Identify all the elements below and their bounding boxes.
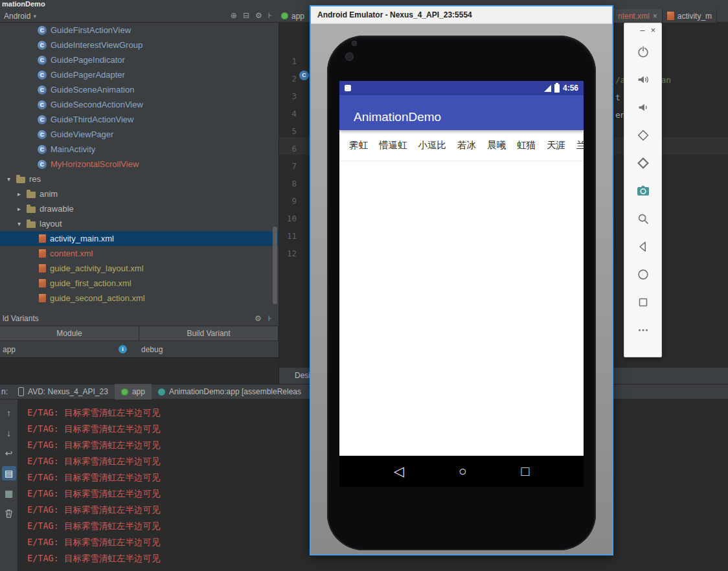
clear-log-button[interactable]: [2, 506, 16, 521]
hide-panel-icon[interactable]: ⊦: [268, 314, 272, 323]
class-gutter-icon[interactable]: C: [299, 71, 309, 80]
list-item[interactable]: 小逗比: [418, 139, 447, 151]
scroll-down-button[interactable]: ↓: [2, 426, 16, 440]
chevron-down-icon: ▾: [5, 175, 12, 183]
overview-icon: [636, 295, 650, 309]
phone-screen[interactable]: 4:56 AnimationDemo 霁虹 懵逼虹 小逗比 若冰 晨曦 虹猫 天…: [339, 81, 584, 487]
tree-item-class[interactable]: CGuideInterestViewGroup: [0, 38, 279, 52]
more-button[interactable]: [624, 316, 661, 344]
scroll-up-button[interactable]: ↑: [2, 406, 16, 420]
breadcrumb-app[interactable]: app: [281, 9, 304, 23]
tree-file-content[interactable]: content.xml: [0, 246, 279, 261]
expand-all-icon[interactable]: ⊕: [231, 9, 237, 23]
gradle-icon: [158, 388, 165, 396]
tree-item-class[interactable]: CMyHorizontalScrollView: [0, 157, 279, 172]
tree-file-activity-main[interactable]: activity_main.xml: [0, 231, 279, 246]
emulator-window-titlebar[interactable]: Android Emulator - Nexus_4_API_23:5554: [311, 6, 612, 24]
trash-icon: [4, 508, 14, 519]
list-item[interactable]: 霁虹: [349, 139, 368, 151]
list-item[interactable]: 虹猫: [517, 139, 536, 151]
back-button[interactable]: ◁: [394, 464, 404, 479]
tree-folder-res[interactable]: ▾res: [0, 172, 279, 186]
xml-file-icon: [39, 294, 46, 302]
close-icon[interactable]: ×: [653, 12, 657, 21]
app-content: [339, 161, 584, 456]
tab-app[interactable]: app: [115, 384, 152, 399]
folder-icon: [27, 221, 36, 228]
app-bar: AnimationDemo: [339, 95, 584, 130]
rotate-right-button[interactable]: [624, 149, 661, 177]
class-icon: C: [38, 71, 47, 80]
status-clock: 4:56: [563, 84, 578, 93]
recents-button[interactable]: □: [521, 464, 529, 479]
tree-item-class[interactable]: CGuidePageIndicator: [0, 52, 279, 67]
volume-down-button[interactable]: [624, 93, 661, 121]
tree-folder-layout[interactable]: ▾layout: [0, 216, 279, 231]
home-button[interactable]: ○: [459, 464, 467, 479]
class-icon: C: [38, 100, 47, 109]
emulator-toolbar: – ×: [624, 23, 662, 357]
tab-avd[interactable]: AVD: Nexus_4_API_23: [12, 384, 115, 399]
navigation-bar: ◁ ○ □: [339, 456, 584, 487]
settings-gear-icon[interactable]: ⚙: [255, 9, 262, 23]
list-item[interactable]: 懵逼虹: [379, 139, 407, 151]
status-bar: 4:56: [339, 81, 584, 95]
tree-folder-drawable[interactable]: ▸drawable: [0, 201, 279, 216]
power-button[interactable]: [624, 38, 661, 65]
build-variant-row[interactable]: app i debug: [0, 341, 279, 357]
power-icon: [636, 45, 650, 59]
tree-item-class[interactable]: CGuideSceneAnimation: [0, 82, 279, 97]
volume-up-icon: [636, 73, 650, 87]
tree-file-guide-activity-layout[interactable]: guide_activity_layout.xml: [0, 261, 279, 276]
tab-gradle-task[interactable]: AnimationDemo:app [assembleReleas: [152, 384, 308, 399]
tree-item-class[interactable]: CGuidePagerAdapter: [0, 67, 279, 82]
list-item[interactable]: 若冰: [457, 139, 476, 151]
tree-folder-anim[interactable]: ▸anim: [0, 186, 279, 201]
class-icon: C: [38, 56, 47, 65]
tree-item-class[interactable]: CGuideFirstActionView: [0, 23, 279, 38]
tree-item-class[interactable]: CMainActivity: [0, 142, 279, 157]
editor-tab-bar: ntent.xml × activity_m: [613, 9, 717, 23]
home-button[interactable]: [624, 260, 661, 288]
horizontal-scroll-list[interactable]: 霁虹 懵逼虹 小逗比 若冰 晨曦 虹猫 天涯 兰亭书序: [339, 130, 584, 161]
folder-icon: [27, 207, 36, 213]
zoom-button[interactable]: [624, 205, 661, 232]
tree-file-guide-second-action[interactable]: guide_second_action.xml: [0, 291, 279, 306]
folder-icon: [16, 177, 25, 183]
tree-item-class[interactable]: CGuideSecondActionView: [0, 97, 279, 112]
screenshot-button[interactable]: [624, 177, 661, 205]
xml-file-icon: [667, 12, 674, 20]
collapse-all-icon[interactable]: ⊟: [243, 9, 249, 23]
back-button[interactable]: [624, 232, 661, 260]
minimize-button[interactable]: –: [640, 25, 644, 38]
module-name: app: [3, 345, 16, 354]
print-toggle-button[interactable]: ▤: [2, 466, 16, 480]
stack-trace-button[interactable]: ▦: [2, 486, 16, 500]
chevron-right-icon: ▸: [16, 190, 23, 197]
back-icon: [636, 240, 650, 254]
hide-panel-icon[interactable]: ⊦: [268, 9, 272, 23]
settings-gear-icon[interactable]: ⚙: [255, 314, 262, 323]
list-item[interactable]: 晨曦: [487, 139, 506, 151]
tree-item-class[interactable]: CGuideThirdActionView: [0, 112, 279, 127]
xml-file-icon: [39, 279, 46, 287]
chevron-down-icon: ▾: [33, 13, 36, 19]
project-view-selector[interactable]: Android: [4, 12, 30, 21]
overview-button[interactable]: [624, 288, 661, 316]
tree-item-class[interactable]: CGuideViewPager: [0, 127, 279, 142]
tree-file-guide-first-action[interactable]: guide_first_action.xml: [0, 276, 279, 291]
scrollbar[interactable]: [273, 227, 277, 304]
emulator-body: 4:56 AnimationDemo 霁虹 懵逼虹 小逗比 若冰 晨曦 虹猫 天…: [311, 24, 612, 554]
list-item[interactable]: 兰亭书序: [576, 139, 584, 151]
tab-activity-main-xml[interactable]: activity_m: [663, 9, 717, 23]
close-button[interactable]: ×: [650, 25, 655, 38]
variant-select[interactable]: debug: [141, 345, 163, 354]
list-item[interactable]: 天涯: [547, 139, 565, 151]
code-fragment: t: [615, 89, 620, 106]
soft-wrap-button[interactable]: ↩: [2, 446, 16, 460]
rotate-left-button[interactable]: [624, 121, 661, 149]
volume-up-button[interactable]: [624, 65, 661, 93]
home-icon: [636, 267, 650, 282]
tab-content-xml[interactable]: ntent.xml ×: [613, 9, 663, 23]
emulator-window[interactable]: Android Emulator - Nexus_4_API_23:5554 4…: [310, 5, 613, 555]
